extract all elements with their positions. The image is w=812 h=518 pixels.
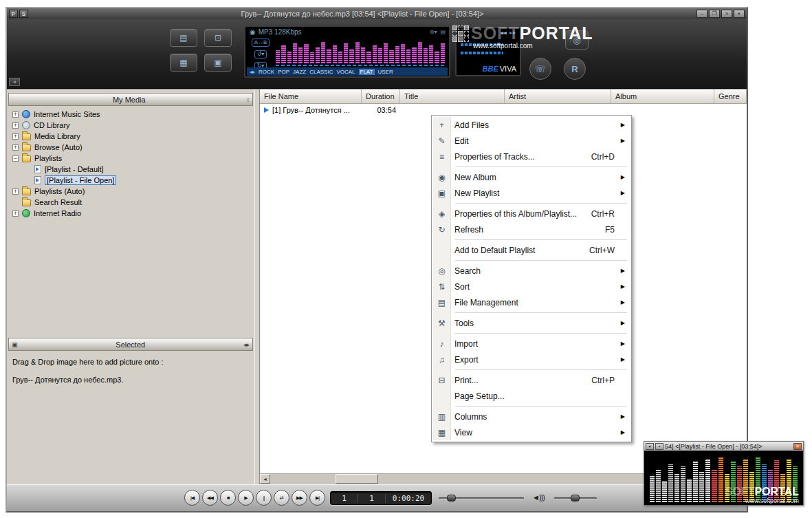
menu-item-add-files[interactable]: + Add Files ▶	[433, 117, 630, 133]
volume-slider[interactable]	[554, 497, 597, 499]
shuffle-button[interactable]: ⇄	[274, 490, 289, 506]
arrow-right-icon[interactable]: ▸	[246, 341, 250, 348]
menu-item-refresh[interactable]: ↻ Refresh F5	[433, 222, 630, 237]
preset-arrows-icon[interactable]: ◂▸	[250, 69, 255, 75]
file-management-icon: ▤	[433, 298, 450, 307]
edit-icon: ✎	[433, 136, 450, 146]
rewind-button[interactable]: ◀◀	[202, 490, 218, 506]
column-header-album[interactable]: Album	[611, 89, 714, 103]
ab-repeat-button[interactable]: A↔B	[252, 39, 270, 47]
scroll-left-icon[interactable]: ◄	[260, 474, 270, 484]
mini-mode-icon[interactable]: ▪	[655, 443, 663, 450]
expander-icon[interactable]: +	[12, 111, 19, 118]
disc-button[interactable]: ◎	[565, 30, 589, 50]
preset-user[interactable]: USER	[378, 69, 393, 75]
ontop-button[interactable]: ▪	[734, 10, 745, 18]
play-button[interactable]: ▶	[238, 490, 254, 506]
menu-item-print[interactable]: ⊟ Print... Ctrl+P	[433, 372, 630, 388]
mini-close-button[interactable]: ✕	[793, 443, 802, 450]
column-header-title[interactable]: Title	[400, 89, 505, 103]
loop-a-button[interactable]: ↺▾	[254, 50, 267, 58]
tree-item-playlists[interactable]: − Playlists	[8, 153, 253, 164]
menu-item-columns[interactable]: ▥ Columns ▶	[433, 409, 630, 424]
pause-button[interactable]: ||	[256, 490, 272, 506]
app-icon-s: S	[19, 10, 28, 18]
preset-flat-active[interactable]: FLAT	[359, 69, 375, 75]
preset-vocal[interactable]: VOCAL	[336, 69, 355, 75]
record-button[interactable]: R	[564, 58, 586, 80]
menu-item-import[interactable]: ♪ Import ▶	[433, 336, 630, 352]
selected-panel-header[interactable]: ▣ Selected ◂ ▸	[8, 338, 253, 351]
lcd-meter-icon[interactable]: ▤	[440, 29, 446, 35]
preset-pop[interactable]: POP	[278, 69, 289, 75]
menu-item-edit[interactable]: ✎ Edit ▶	[433, 133, 630, 149]
menu-item-new-album[interactable]: ◉ New Album ▶	[433, 169, 630, 185]
my-media-header[interactable]: My Media ↕	[8, 93, 253, 106]
menu-item-export[interactable]: ♫ Export ▶	[433, 352, 630, 367]
tree-item-browse-auto[interactable]: + Browse (Auto)	[8, 142, 253, 153]
preset-rock[interactable]: ROCK	[259, 69, 274, 75]
volume-thumb[interactable]	[571, 495, 580, 501]
mini-title-bar[interactable]: ▾ ▪ 54] <[Playlist - File Open] - [03:54…	[644, 442, 803, 451]
menu-item-add-to-default-playlist[interactable]: Add to Default Playlist Ctrl+W	[433, 242, 630, 258]
expander-icon[interactable]: +	[12, 211, 19, 217]
tree-item-internet-radio[interactable]: + Internet Radio	[8, 208, 253, 219]
scrollbar-thumb[interactable]	[336, 474, 378, 484]
expander-icon[interactable]: −	[12, 155, 19, 162]
minimize-button[interactable]: –	[696, 10, 707, 18]
headset-button[interactable]: ☏	[529, 58, 551, 80]
eq-preset-bar[interactable]: ◂▸ ROCK POP JAZZ CLASSIC VOCAL FLAT USER	[247, 67, 448, 76]
tree-item-cd-library[interactable]: + CD Library	[8, 120, 253, 131]
menu-item-properties-of-tracks[interactable]: ≡ Properties of Tracks... Ctrl+D	[433, 149, 630, 164]
visualization-button[interactable]: ▦	[170, 54, 197, 72]
preset-jazz[interactable]: JAZZ	[293, 69, 306, 75]
previous-track-button[interactable]: |◀	[184, 490, 200, 506]
title-bar[interactable]: P S Грув-- Дотянутся до небес.mp3 [03:54…	[7, 8, 747, 19]
next-track-button[interactable]: ▶|	[309, 490, 325, 506]
seek-slider[interactable]	[439, 497, 524, 499]
close-button[interactable]: ×	[721, 10, 732, 18]
expander-icon[interactable]: +	[12, 144, 19, 151]
sidebar-splitter[interactable]	[254, 89, 260, 484]
menu-item-sort[interactable]: ⇅ Sort ▶	[433, 279, 630, 294]
column-header-file-name[interactable]: File Name	[260, 89, 362, 103]
tree-item-playlists-auto[interactable]: + Playlists (Auto)	[8, 186, 253, 197]
seek-thumb[interactable]	[447, 495, 456, 501]
menu-item-new-playlist[interactable]: ▣ New Playlist ▶	[433, 185, 630, 201]
expander-icon[interactable]: +	[12, 133, 19, 140]
menu-item-search[interactable]: ◎ Search ▶	[433, 263, 630, 279]
playlist-window-button[interactable]: ▤	[170, 29, 197, 47]
table-row[interactable]: [1] Грув-- Дотянутся ... 03:54	[260, 104, 747, 116]
expander-icon[interactable]: +	[12, 122, 19, 129]
tree-item-search-result[interactable]: Search Result	[8, 197, 253, 208]
effect-level-bar-2[interactable]	[461, 52, 503, 54]
fast-forward-button[interactable]: ▶▶	[292, 490, 307, 506]
menu-item-view[interactable]: ▦ View ▶	[433, 424, 630, 440]
elapsed-time: 0:00:20	[386, 494, 431, 503]
speaker-icon[interactable]: ◄)))	[532, 493, 545, 501]
stop-button[interactable]: ■	[220, 490, 236, 506]
menu-item-properties-of-album-playlist[interactable]: ◈ Properties of this Album/Playlist... C…	[433, 206, 630, 222]
menu-item-tools[interactable]: ⚒ Tools ▶	[433, 315, 630, 331]
panel-resize-icon[interactable]: ↕	[247, 96, 250, 103]
mini-menu-icon[interactable]: ▾	[646, 443, 654, 450]
tree-item-playlist-file-open[interactable]: [Playlist - File Open]	[8, 175, 253, 186]
tree-item-internet-music-sites[interactable]: + Internet Music Sites	[8, 109, 253, 120]
tree-item-playlist-default[interactable]: [Playlist - Default]	[8, 164, 253, 175]
menu-item-page-setup[interactable]: Page Setup...	[433, 388, 630, 404]
menu-item-file-management[interactable]: ▤ File Management ▶	[433, 294, 630, 310]
album-art-dropzone[interactable]: Drag & Drop image here to add picture on…	[8, 351, 253, 484]
panel-toggle-button[interactable]: ◂	[9, 78, 20, 86]
column-header-duration[interactable]: Duration	[362, 89, 400, 103]
module-arrows-icon[interactable]: ◂◂ ▸▸	[501, 30, 516, 36]
maximize-button[interactable]: ❐	[709, 10, 720, 18]
column-header-genre[interactable]: Genre	[714, 89, 747, 103]
expander-icon[interactable]: +	[12, 188, 19, 195]
video-window-button[interactable]: ⊡	[204, 29, 232, 47]
device-button[interactable]: ▣	[204, 54, 232, 72]
column-header-artist[interactable]: Artist	[505, 89, 611, 103]
lcd-option-icon[interactable]: ⊚▾	[430, 29, 437, 35]
tree-item-media-library[interactable]: + Media Library	[8, 131, 253, 142]
effect-level-bar-1[interactable]	[461, 43, 503, 46]
preset-classic[interactable]: CLASSIC	[309, 69, 333, 75]
